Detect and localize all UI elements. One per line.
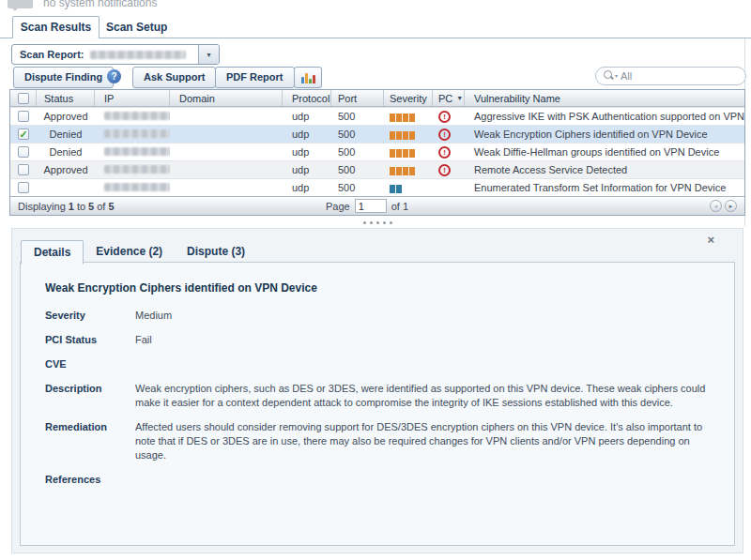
dispute-finding-button[interactable]: Dispute Finding bbox=[13, 67, 114, 88]
displaying-status: Displaying 1 to 5 of 5 bbox=[18, 201, 115, 212]
details-field: CVE bbox=[45, 357, 715, 371]
details-field: Severity Medium bbox=[45, 309, 715, 323]
field-label: Severity bbox=[45, 309, 135, 323]
tab-scan-setup[interactable]: Scan Setup bbox=[106, 21, 167, 34]
details-field: Description Weak encryption ciphers, suc… bbox=[45, 382, 715, 410]
scan-report-dropdown-button[interactable]: ▼ bbox=[198, 45, 219, 64]
row-port: 500 bbox=[331, 111, 384, 122]
table-row[interactable]: Denied udp 500 ! Weak Diffie-Hellman gro… bbox=[10, 143, 744, 160]
details-section: × Details Evidence (2) Dispute (3) Weak … bbox=[11, 228, 743, 553]
pdf-report-button[interactable]: PDF Report bbox=[215, 67, 295, 88]
vulnerability-title: Weak Encryption Ciphers identified on VP… bbox=[45, 281, 715, 295]
notification-text: no system notifications bbox=[43, 0, 157, 9]
row-ip-redacted bbox=[104, 165, 170, 174]
close-icon[interactable]: × bbox=[707, 234, 714, 246]
row-protocol: udp bbox=[283, 129, 331, 140]
table-body: Approved udp 500 ! Aggressive IKE with P… bbox=[10, 107, 744, 196]
table-row[interactable]: udp 500 Enumerated Transform Set Informa… bbox=[10, 178, 744, 196]
results-table: Status IP Domain Protocol Port Severity … bbox=[9, 89, 745, 216]
row-status: Approved bbox=[37, 111, 95, 122]
field-label: CVE bbox=[45, 357, 135, 371]
details-field: PCI Status Fail bbox=[45, 333, 715, 347]
row-severity-bars bbox=[384, 129, 433, 140]
col-header-pc[interactable]: PC ▼ bbox=[433, 90, 465, 106]
page-label: Page bbox=[326, 201, 350, 212]
col-header-status[interactable]: Status bbox=[37, 90, 95, 106]
field-value: Medium bbox=[135, 309, 172, 323]
row-checkbox[interactable] bbox=[18, 111, 29, 122]
table-row[interactable]: Approved udp 500 ! Remote Access Service… bbox=[10, 160, 744, 178]
field-label: References bbox=[45, 473, 135, 487]
row-port: 500 bbox=[331, 146, 384, 158]
chevron-down-icon: ▼ bbox=[206, 52, 212, 58]
col-header-port[interactable]: Port bbox=[331, 90, 384, 106]
field-value: Fail bbox=[135, 333, 152, 347]
scan-report-value-redacted bbox=[90, 51, 186, 59]
chart-report-button[interactable] bbox=[294, 67, 322, 88]
pci-scan-results-screen: no system notifications Scan Results Sca… bbox=[0, 0, 751, 560]
details-fields: Severity Medium PCI Status Fail CVE Desc… bbox=[45, 309, 715, 487]
scan-report-select[interactable]: Scan Report: ▼ bbox=[11, 44, 220, 65]
sort-desc-icon: ▼ bbox=[456, 95, 463, 101]
row-status: Denied bbox=[37, 146, 95, 158]
details-panel: Weak Encryption Ciphers identified on VP… bbox=[20, 262, 735, 546]
row-checkbox[interactable] bbox=[18, 164, 29, 175]
field-label: Description bbox=[45, 382, 135, 410]
page-input[interactable] bbox=[355, 199, 387, 213]
pci-fail-icon: ! bbox=[438, 146, 451, 159]
row-status: Approved bbox=[37, 164, 95, 175]
col-header-ip[interactable]: IP bbox=[95, 90, 170, 106]
search-input[interactable] bbox=[621, 70, 738, 82]
next-page-button[interactable]: ► bbox=[725, 200, 737, 212]
pci-fail-icon: ! bbox=[438, 129, 451, 141]
system-notifications-bar: no system notifications bbox=[0, 0, 300, 12]
row-status: Denied bbox=[37, 129, 95, 140]
field-label: Remediation bbox=[45, 420, 135, 462]
col-header-domain[interactable]: Domain bbox=[170, 90, 283, 106]
row-ip-redacted bbox=[104, 112, 170, 120]
field-label: PCI Status bbox=[45, 333, 135, 347]
tab-evidence[interactable]: Evidence (2) bbox=[84, 240, 175, 264]
search-icon[interactable]: ▾ bbox=[604, 70, 616, 83]
table-row[interactable]: Approved udp 500 ! Aggressive IKE with P… bbox=[10, 107, 744, 125]
tab-scan-results[interactable]: Scan Results bbox=[12, 16, 100, 38]
prev-page-button[interactable]: ◄ bbox=[710, 200, 722, 212]
row-port: 500 bbox=[331, 129, 384, 140]
field-value: Weak encryption ciphers, such as DES or … bbox=[135, 382, 715, 410]
details-field: References bbox=[45, 473, 715, 487]
table-footer: Displaying 1 to 5 of 5 Page of 1 ◄ ► bbox=[10, 196, 744, 215]
table-header-row: Status IP Domain Protocol Port Severity … bbox=[10, 90, 744, 107]
ask-support-button[interactable]: Ask Support bbox=[132, 67, 216, 88]
select-all-checkbox[interactable] bbox=[18, 93, 29, 104]
field-value: Affected users should consider removing … bbox=[135, 420, 715, 462]
row-vulnerability-link[interactable]: Weak Encryption Ciphers identified on VP… bbox=[465, 129, 744, 140]
row-severity-bars bbox=[384, 146, 433, 158]
row-protocol: udp bbox=[283, 182, 331, 193]
col-header-protocol[interactable]: Protocol bbox=[283, 90, 331, 106]
row-protocol: udp bbox=[283, 164, 331, 175]
row-severity-bars bbox=[384, 182, 433, 193]
row-checkbox[interactable] bbox=[18, 146, 29, 158]
row-vulnerability-link[interactable]: Aggressive IKE with PSK Authentication s… bbox=[465, 111, 744, 122]
pagination-controls: Page of 1 bbox=[326, 199, 408, 213]
pci-fail-icon: ! bbox=[438, 111, 451, 123]
row-ip-redacted bbox=[104, 147, 170, 156]
row-vulnerability-link[interactable]: Remote Access Service Detected bbox=[465, 164, 744, 175]
pci-fail-icon: ! bbox=[438, 164, 451, 176]
row-vulnerability-link[interactable]: Enumerated Transform Set Information for… bbox=[465, 182, 744, 193]
page-of-label: of 1 bbox=[391, 201, 408, 212]
help-icon[interactable]: ? bbox=[107, 69, 121, 83]
row-port: 500 bbox=[331, 164, 384, 175]
notification-bubble-icon bbox=[8, 0, 33, 8]
col-header-severity[interactable]: Severity bbox=[384, 90, 433, 106]
row-checkbox[interactable] bbox=[18, 182, 29, 193]
row-checkbox[interactable]: ✓ bbox=[18, 129, 29, 140]
row-severity-bars bbox=[384, 164, 433, 175]
row-vulnerability-link[interactable]: Weak Diffie-Hellman groups identified on… bbox=[465, 146, 744, 158]
tab-details[interactable]: Details bbox=[21, 240, 84, 265]
splitter-handle[interactable] bbox=[9, 216, 745, 227]
tab-dispute[interactable]: Dispute (3) bbox=[175, 240, 257, 264]
table-row[interactable]: ✓ Denied udp 500 ! Weak Encryption Ciphe… bbox=[10, 125, 744, 143]
col-header-vulnerability[interactable]: Vulnerability Name bbox=[465, 90, 744, 106]
row-port: 500 bbox=[331, 182, 384, 193]
